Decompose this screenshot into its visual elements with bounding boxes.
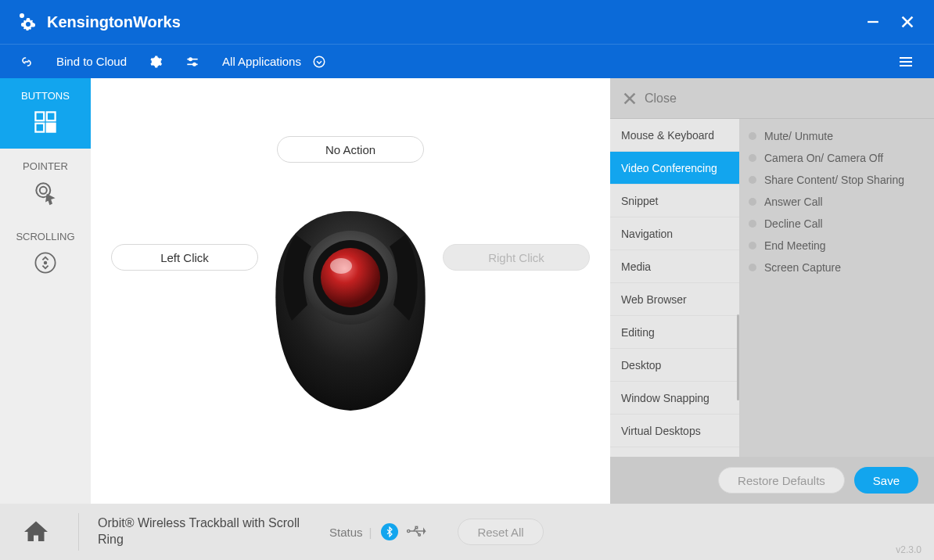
category-item[interactable]: Window Snapping	[610, 382, 739, 415]
scroll-icon	[30, 247, 61, 278]
filter-icon[interactable]	[185, 54, 200, 70]
action-item[interactable]: Answer Call	[739, 191, 934, 213]
main: No Action Left Click Right Click	[91, 78, 934, 504]
settings-gear-icon[interactable]	[149, 55, 163, 69]
action-label: End Meeting	[764, 239, 826, 252]
svg-point-26	[408, 529, 410, 532]
status-block: Status |	[329, 523, 426, 540]
app-title: KensingtonWorks	[47, 13, 181, 31]
pointer-icon	[30, 177, 61, 208]
sidenav-pointer[interactable]: POINTER	[0, 149, 91, 219]
app-logo-icon	[19, 13, 38, 31]
svg-point-22	[321, 248, 380, 307]
button-top-pill[interactable]: No Action	[277, 136, 424, 163]
category-item[interactable]: Video Conferencing	[610, 152, 739, 185]
panel-lists: Mouse & KeyboardVideo ConferencingSnippe…	[610, 119, 934, 457]
radio-dot-icon	[749, 264, 756, 271]
category-item[interactable]: Snippet	[610, 185, 739, 217]
svg-point-5	[189, 58, 192, 60]
action-label: Camera On/ Camera Off	[764, 152, 883, 164]
action-label: Mute/ Unmute	[764, 130, 833, 142]
svg-point-19	[45, 261, 47, 264]
app-scope-label[interactable]: All Applications	[222, 55, 301, 68]
sidenav-buttons-label: BUTTONS	[21, 90, 70, 102]
hamburger-menu-icon[interactable]	[896, 52, 915, 71]
action-label: Answer Call	[764, 196, 823, 208]
action-item[interactable]: End Meeting	[739, 235, 934, 257]
panel-footer: Restore Defaults Save	[610, 457, 934, 504]
category-item[interactable]: Virtual Desktops	[610, 415, 739, 447]
titlebar: KensingtonWorks	[0, 0, 934, 44]
svg-rect-29	[416, 526, 418, 528]
category-item[interactable]: Web Browser	[610, 283, 739, 316]
svg-point-7	[193, 63, 196, 65]
action-list[interactable]: Mute/ UnmuteCamera On/ Camera OffShare C…	[739, 119, 934, 457]
sidenav-buttons[interactable]: BUTTONS	[0, 78, 91, 149]
category-item[interactable]: Desktop	[610, 349, 739, 382]
home-icon[interactable]	[22, 518, 50, 546]
bind-to-cloud-link[interactable]: Bind to Cloud	[56, 55, 127, 68]
category-list[interactable]: Mouse & KeyboardVideo ConferencingSnippe…	[610, 119, 739, 457]
radio-dot-icon	[749, 132, 756, 140]
footer-divider	[78, 513, 79, 551]
category-item[interactable]: Media	[610, 250, 739, 283]
action-label: Screen Capture	[764, 261, 841, 274]
status-label: Status	[329, 526, 363, 539]
button-top-label: No Action	[325, 143, 375, 156]
sidenav: BUTTONS POINTER SCROLLING	[0, 78, 91, 504]
button-left-pill[interactable]: Left Click	[111, 244, 258, 271]
app-window: KensingtonWorks Bind to Cloud All Applic…	[0, 0, 934, 560]
app-scope-chevron-icon[interactable]	[312, 55, 326, 69]
panel-header: Close	[610, 78, 934, 119]
sidenav-scrolling[interactable]: SCROLLING	[0, 219, 91, 289]
usb-icon	[406, 526, 426, 539]
radio-dot-icon	[749, 176, 756, 184]
action-item[interactable]: Screen Capture	[739, 257, 934, 278]
device-config-area: No Action Left Click Right Click	[91, 78, 610, 504]
sidenav-scrolling-label: SCROLLING	[16, 231, 74, 242]
svg-point-31	[419, 533, 421, 536]
button-left-label: Left Click	[160, 251, 209, 264]
status-separator: |	[369, 526, 372, 539]
reset-all-label: Reset All	[477, 526, 523, 539]
category-item[interactable]: Mouse & Keyboard	[610, 119, 739, 152]
action-label: Decline Call	[764, 217, 823, 230]
category-item[interactable]: Editing	[610, 316, 739, 349]
radio-dot-icon	[749, 242, 756, 249]
restore-defaults-label: Restore Defaults	[738, 474, 825, 487]
action-item[interactable]: Camera On/ Camera Off	[739, 147, 934, 169]
svg-rect-13	[47, 112, 56, 120]
svg-rect-14	[35, 123, 44, 131]
version-label: v2.3.0	[896, 544, 921, 555]
svg-rect-15	[47, 123, 56, 131]
close-x-icon	[623, 92, 637, 106]
footer: Orbit® Wireless Trackball with Scroll Ri…	[0, 504, 934, 560]
action-item[interactable]: Share Content/ Stop Sharing	[739, 169, 934, 191]
cloud-link-icon[interactable]	[19, 54, 34, 70]
action-item[interactable]: Decline Call	[739, 213, 934, 235]
button-right-pill[interactable]: Right Click	[443, 244, 590, 271]
category-item[interactable]: Navigation	[610, 217, 739, 250]
restore-defaults-button[interactable]: Restore Defaults	[718, 467, 845, 494]
action-panel: Close Mouse & KeyboardVideo Conferencing…	[610, 78, 934, 504]
save-label: Save	[873, 474, 900, 487]
save-button[interactable]: Save	[854, 467, 918, 494]
svg-point-17	[40, 186, 47, 193]
device-name: Orbit® Wireless Trackball with Scroll Ri…	[98, 515, 301, 548]
close-window-button[interactable]	[900, 14, 915, 30]
svg-point-23	[330, 258, 352, 274]
action-label: Share Content/ Stop Sharing	[764, 174, 904, 186]
bluetooth-icon	[381, 523, 398, 540]
toolbar: Bind to Cloud All Applications	[0, 44, 934, 78]
body: BUTTONS POINTER SCROLLING No Action	[0, 78, 934, 504]
minimize-button[interactable]	[865, 14, 881, 30]
radio-dot-icon	[749, 220, 756, 228]
svg-rect-12	[35, 112, 44, 120]
action-item[interactable]: Mute/ Unmute	[739, 125, 934, 147]
button-right-label: Right Click	[488, 251, 544, 264]
panel-close-button[interactable]: Close	[623, 92, 677, 106]
reset-all-button[interactable]: Reset All	[458, 519, 543, 545]
radio-dot-icon	[749, 198, 756, 206]
svg-point-8	[314, 56, 325, 67]
device-illustration	[264, 203, 436, 415]
